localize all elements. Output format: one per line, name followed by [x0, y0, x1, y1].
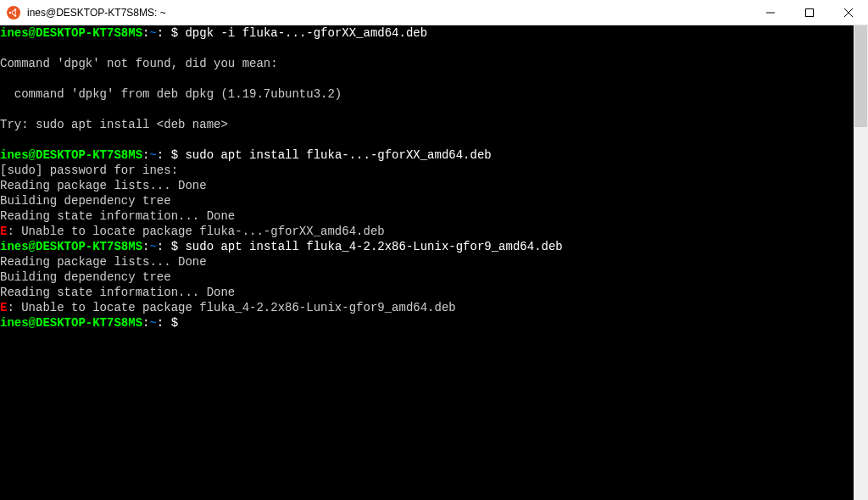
- output-line: Reading state information... Done: [0, 208, 854, 224]
- titlebar: ines@DESKTOP-KT7S8MS: ~: [0, 0, 868, 25]
- output-line: command 'dpkg' from deb dpkg (1.19.7ubun…: [0, 86, 854, 102]
- prompt-user-host: ines@DESKTOP-KT7S8MS: [0, 240, 142, 253]
- output-line: [sudo] password for ines:: [0, 163, 854, 178]
- output-line: Try: sudo apt install <deb name>: [0, 117, 854, 132]
- window-title: ines@DESKTOP-KT7S8MS: ~: [27, 7, 751, 19]
- minimize-button[interactable]: [751, 0, 790, 25]
- error-text: : Unable to locate package fluka-...-gfo…: [7, 225, 384, 238]
- prompt-symbol: : $: [157, 26, 178, 40]
- close-button[interactable]: [829, 0, 868, 25]
- output-line: Command 'dpgk' not found, did you mean:: [0, 56, 854, 71]
- terminal-line: [0, 41, 854, 56]
- prompt-path: ~: [149, 240, 156, 253]
- terminal[interactable]: ines@DESKTOP-KT7S8MS:~: $ dpgk -i fluka-…: [0, 25, 854, 500]
- terminal-line: ines@DESKTOP-KT7S8MS:~: $ sudo apt insta…: [0, 147, 854, 163]
- output-line: Reading package lists... Done: [0, 178, 854, 193]
- prompt-path: ~: [149, 26, 156, 40]
- svg-rect-4: [806, 8, 814, 16]
- terminal-line: ines@DESKTOP-KT7S8MS:~: $: [0, 315, 854, 331]
- maximize-button[interactable]: [790, 0, 829, 25]
- scrollbar[interactable]: [854, 25, 868, 500]
- prompt-symbol: : $: [157, 240, 178, 253]
- prompt-user-host: ines@DESKTOP-KT7S8MS: [0, 26, 142, 40]
- command-text: sudo apt install fluka_4-2.2x86-Lunix-gf…: [178, 240, 563, 253]
- output-line: Reading state information... Done: [0, 285, 854, 300]
- prompt-user-host: ines@DESKTOP-KT7S8MS: [0, 316, 142, 330]
- terminal-line: ines@DESKTOP-KT7S8MS:~: $ sudo apt insta…: [0, 239, 854, 254]
- ubuntu-icon: [7, 6, 20, 19]
- command-text: sudo apt install fluka-...-gforXX_amd64.…: [178, 148, 492, 162]
- prompt-path: ~: [149, 148, 156, 162]
- prompt-symbol: : $: [157, 148, 178, 162]
- terminal-line: E: Unable to locate package fluka-...-gf…: [0, 224, 854, 239]
- prompt-symbol: : $: [157, 316, 178, 330]
- output-line: Building dependency tree: [0, 193, 854, 208]
- terminal-line: [0, 71, 854, 86]
- terminal-line: [0, 102, 854, 117]
- error-text: : Unable to locate package fluka_4-2.2x8…: [7, 301, 455, 314]
- prompt-path: ~: [149, 316, 156, 330]
- output-line: Building dependency tree: [0, 269, 854, 285]
- window-controls: [751, 0, 868, 25]
- terminal-line: [0, 132, 854, 147]
- prompt-user-host: ines@DESKTOP-KT7S8MS: [0, 148, 142, 162]
- svg-point-0: [9, 11, 12, 14]
- output-line: Reading package lists... Done: [0, 254, 854, 269]
- terminal-line: E: Unable to locate package fluka_4-2.2x…: [0, 300, 854, 315]
- terminal-line: ines@DESKTOP-KT7S8MS:~: $ dpgk -i fluka-…: [0, 25, 854, 41]
- scrollbar-thumb[interactable]: [854, 25, 867, 127]
- command-text: dpgk -i fluka-...-gforXX_amd64.deb: [178, 26, 427, 40]
